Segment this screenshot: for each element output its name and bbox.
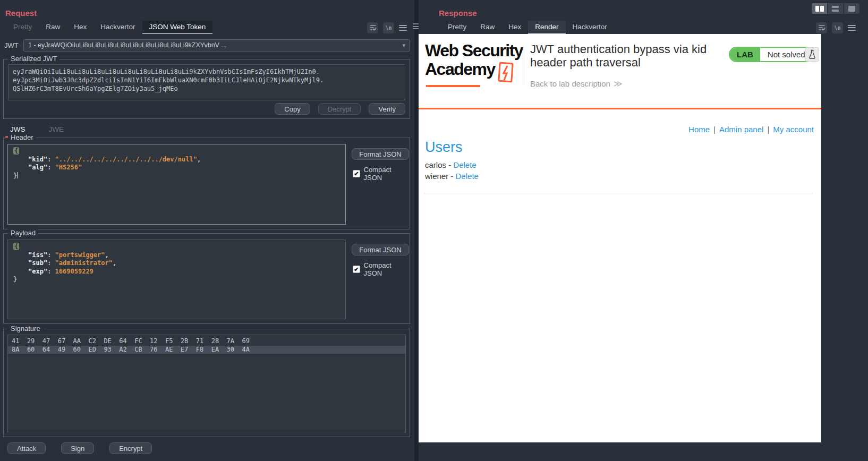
jwt-selector-row: JWT 1 - eyJraWQiOiIuLi8uLi8uLi8uLi8uLi8u… bbox=[4, 39, 410, 52]
jwt-signature-editor[interactable]: 41 29 47 67 AA C2 DE 64 FC 12 F5 2B 71 2… bbox=[7, 335, 406, 432]
rendered-response: Web Security Academy JWT authentication … bbox=[419, 34, 821, 442]
tab-json-web-token[interactable]: JSON Web Token bbox=[142, 21, 213, 34]
compact-json-label: Compact JSON bbox=[364, 166, 410, 182]
jwt-payload-b64: eyJpc3MiOiJwb3J0c3dpZ2dlciIsInN1YiI6ImFk… bbox=[13, 76, 401, 84]
jwt-signature-b64: QSlHZ6rC3mT8EvUrcSh6aYpgZElg7ZOiy3au5_jq… bbox=[13, 84, 401, 93]
editor-menu-icon[interactable] bbox=[848, 25, 856, 31]
logo-line1: Web Security bbox=[425, 41, 523, 60]
lab-badge: LAB bbox=[730, 48, 760, 61]
wrap-lines-icon[interactable] bbox=[816, 22, 827, 33]
lab-status-widget: LAB Not solved bbox=[729, 47, 814, 62]
signature-hex-row: 41 29 47 67 AA C2 DE 64 FC 12 F5 2B 71 2… bbox=[8, 337, 405, 346]
serialized-buttons: Copy Decrypt Verify bbox=[275, 103, 405, 115]
response-title: Response bbox=[439, 8, 477, 18]
open-brace: { bbox=[13, 147, 19, 155]
serialized-jwt-legend: Serialized JWT bbox=[8, 55, 59, 63]
request-panel: Request Pretty Raw Hex Hackvertor JSON W… bbox=[0, 0, 414, 461]
delete-user-link[interactable]: Delete bbox=[453, 160, 476, 169]
jwt-payload-legend: Payload bbox=[8, 229, 38, 237]
serialized-jwt-textarea[interactable]: eyJraWQiOiIuLi8uLi8uLi8uLi8uLi8uLi8uLi8u… bbox=[8, 64, 405, 100]
logo-underline bbox=[426, 85, 480, 87]
encrypt-button[interactable]: Encrypt bbox=[109, 442, 152, 454]
jwt-dropdown[interactable]: 1 - eyJraWQiOiIuLi8uLi8uLi8uLi8uLi8uLi8u… bbox=[23, 39, 410, 52]
banner-rule bbox=[419, 108, 821, 109]
delete-user-link[interactable]: Delete bbox=[456, 172, 479, 181]
tab-raw[interactable]: Raw bbox=[39, 21, 67, 34]
panel-splitter[interactable] bbox=[414, 0, 419, 461]
nav-my-account-link[interactable]: My account bbox=[773, 125, 814, 134]
lab-title: JWT authentication bypass via kid header… bbox=[530, 42, 707, 69]
format-json-button[interactable]: Format JSON bbox=[352, 148, 409, 160]
signature-hex-row-selected: 8A 60 64 49 60 ED 93 A2 CB 76 AE E7 F8 E… bbox=[8, 346, 405, 354]
jwt-dropdown-value: 1 - eyJraWQiOiIuLi8uLi8uLi8uLi8uLi8uLi8u… bbox=[28, 41, 227, 49]
tab-hackvertor[interactable]: Hackvertor bbox=[93, 21, 142, 34]
response-editor-toolbar: \n bbox=[816, 21, 856, 34]
logo-flask-icon bbox=[497, 61, 516, 87]
attack-button[interactable]: Attack bbox=[7, 442, 46, 454]
site-nav: Home|Admin panel|My account bbox=[688, 125, 814, 134]
response-panel: Response Pretty Raw Hex Render Hackverto… bbox=[419, 0, 868, 461]
compact-json-option: ✔ Compact JSON bbox=[353, 166, 410, 182]
jwt-header-legend: Header bbox=[8, 133, 36, 141]
tab-hex[interactable]: Hex bbox=[501, 21, 528, 34]
tab-pretty[interactable]: Pretty bbox=[441, 21, 473, 34]
banner-divider bbox=[523, 45, 523, 85]
jwt-header-b64: eyJraWQiOiIuLi8uLi8uLi8uLi8uLi8uLi8uLi8u… bbox=[13, 67, 401, 76]
show-newlines-icon[interactable]: \n bbox=[383, 22, 394, 33]
jwt-action-buttons: Attack Sign Encrypt bbox=[7, 442, 152, 454]
wrap-lines-icon[interactable] bbox=[367, 22, 378, 33]
tab-hex[interactable]: Hex bbox=[67, 21, 93, 34]
checkbox-checked-icon[interactable]: ✔ bbox=[353, 266, 360, 273]
tab-jwe[interactable]: JWE bbox=[44, 124, 69, 138]
sign-button[interactable]: Sign bbox=[61, 442, 94, 454]
verify-button[interactable]: Verify bbox=[369, 103, 405, 115]
open-brace: { bbox=[13, 243, 19, 250]
content-divider bbox=[424, 193, 813, 193]
request-title: Request bbox=[5, 8, 37, 18]
chevron-down-icon: ▾ bbox=[402, 42, 405, 49]
jwt-signature-group: Signature 41 29 47 67 AA C2 DE 64 FC 12 … bbox=[3, 329, 410, 437]
jwt-payload-group: Payload { "iss": "portswigger", "sub": "… bbox=[3, 233, 410, 324]
user-row-wiener: wiener - Delete bbox=[425, 172, 479, 181]
tab-raw[interactable]: Raw bbox=[473, 21, 501, 34]
compact-json-label: Compact JSON bbox=[364, 261, 410, 277]
compact-json-option: ✔ Compact JSON bbox=[353, 261, 410, 277]
jwt-label: JWT bbox=[4, 41, 18, 49]
lab-flask-icon bbox=[805, 47, 819, 62]
back-to-lab-link[interactable]: Back to lab description≫ bbox=[530, 79, 623, 89]
jwt-payload-editor[interactable]: { "iss": "portswigger", "sub": "administ… bbox=[7, 240, 346, 319]
request-tab-bar: Pretty Raw Hex Hackvertor JSON Web Token bbox=[6, 21, 212, 34]
nav-home-link[interactable]: Home bbox=[688, 125, 710, 134]
decrypt-button[interactable]: Decrypt bbox=[318, 103, 361, 115]
request-editor-toolbar: \n bbox=[367, 21, 407, 34]
username: wiener bbox=[425, 172, 448, 181]
copy-button[interactable]: Copy bbox=[275, 103, 310, 115]
close-brace: } bbox=[13, 172, 17, 180]
user-row-carlos: carlos - Delete bbox=[425, 160, 476, 169]
serialized-jwt-group: Serialized JWT eyJraWQiOiIuLi8uLi8uLi8uL… bbox=[3, 59, 410, 119]
tab-render[interactable]: Render bbox=[528, 21, 565, 34]
username: carlos bbox=[425, 160, 446, 169]
chevrons-right-icon: ≫ bbox=[610, 79, 623, 88]
close-brace: } bbox=[13, 276, 17, 283]
layout-switcher bbox=[812, 3, 860, 14]
burp-message-editor: Request Pretty Raw Hex Hackvertor JSON W… bbox=[0, 0, 868, 461]
checkbox-checked-icon[interactable]: ✔ bbox=[353, 170, 360, 177]
layout-side-by-side-button[interactable] bbox=[812, 3, 828, 14]
editor-menu-icon[interactable] bbox=[399, 25, 407, 31]
response-tab-bar: Pretty Raw Hex Render Hackvertor bbox=[441, 21, 614, 34]
tab-hackvertor[interactable]: Hackvertor bbox=[566, 21, 614, 34]
tab-pretty[interactable]: Pretty bbox=[6, 21, 39, 34]
users-heading: Users bbox=[425, 139, 463, 156]
nav-admin-panel-link[interactable]: Admin panel bbox=[719, 125, 763, 134]
layout-stacked-button[interactable] bbox=[828, 3, 844, 14]
text-cursor bbox=[17, 172, 18, 178]
jwt-header-group: Header { "kid": "../../../../../../../..… bbox=[3, 138, 410, 229]
format-json-button[interactable]: Format JSON bbox=[352, 244, 409, 255]
jwt-signature-legend: Signature bbox=[8, 325, 43, 332]
jwt-header-editor[interactable]: { "kid": "../../../../../../../../../dev… bbox=[7, 144, 346, 225]
layout-single-button[interactable] bbox=[844, 3, 860, 14]
show-newlines-icon[interactable]: \n bbox=[832, 22, 843, 33]
